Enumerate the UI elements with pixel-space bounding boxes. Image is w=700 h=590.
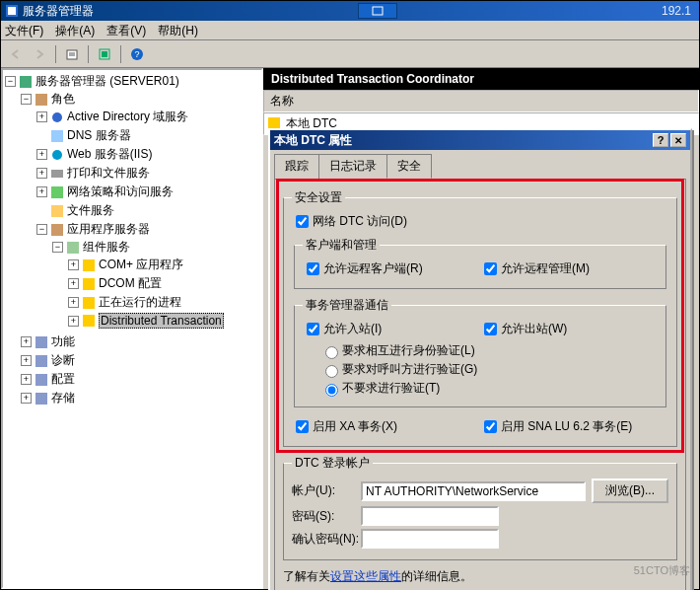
nav-forward-button[interactable]	[29, 43, 50, 65]
svg-rect-27	[35, 393, 47, 405]
rad-mutual[interactable]	[325, 346, 338, 359]
info-link[interactable]: 设置这些属性	[330, 569, 401, 583]
tab-trace[interactable]: 跟踪	[274, 154, 319, 179]
netpolicy-icon	[50, 185, 64, 199]
right-pane-header: Distributed Transaction Coordinator	[263, 68, 699, 90]
toolbar: ?	[1, 40, 699, 68]
chk-xa[interactable]	[296, 420, 309, 433]
svg-rect-24	[35, 336, 47, 348]
group-client: 客户端和管理 允许远程客户端(R) 允许远程管理(M)	[294, 237, 666, 289]
lbl-password: 密码(S):	[292, 508, 361, 525]
chk-inbound-label: 允许入站(I)	[323, 321, 382, 337]
tree-dcom[interactable]: DCOM 配置	[99, 275, 162, 292]
tree-toggle[interactable]: +	[68, 297, 79, 308]
tab-security[interactable]: 安全	[386, 154, 432, 179]
dtc-properties-dialog: 本地 DTC 属性 ? ✕ 跟踪 日志记录 安全 安全设置 网络 DTC 访问(…	[268, 128, 692, 590]
chk-network-dtc[interactable]	[296, 215, 309, 228]
tree-toggle[interactable]: +	[68, 316, 79, 327]
tree-toggle[interactable]: +	[36, 111, 47, 122]
chk-outbound[interactable]	[484, 323, 497, 335]
chk-inbound[interactable]	[307, 323, 319, 335]
refresh-icon[interactable]	[94, 43, 115, 65]
tree-toggle[interactable]: +	[21, 355, 32, 366]
menu-view[interactable]: 查看(V)	[106, 23, 146, 37]
tree-storage[interactable]: 存储	[51, 390, 75, 406]
tree-toggle[interactable]: −	[52, 242, 63, 253]
svg-rect-28	[268, 117, 280, 129]
menu-file[interactable]: 文件(F)	[5, 23, 43, 37]
chk-sna-label: 启用 SNA LU 6.2 事务(E)	[501, 418, 632, 435]
titlebar: 服务器管理器 192.1	[1, 1, 699, 21]
group-security-legend: 安全设置	[292, 189, 345, 206]
help-icon[interactable]: ?	[126, 43, 148, 65]
tree-running[interactable]: 正在运行的进程	[99, 294, 181, 311]
tree-toggle[interactable]: +	[36, 186, 47, 197]
svg-rect-23	[83, 315, 95, 327]
tree-fileserver[interactable]: 文件服务	[67, 202, 114, 219]
input-account[interactable]	[361, 481, 586, 501]
tree-toggle[interactable]: +	[36, 168, 47, 179]
tree-root[interactable]: 服务器管理器 (SERVER01)	[35, 73, 179, 90]
tree-toggle[interactable]: +	[21, 393, 32, 404]
svg-rect-16	[51, 186, 63, 198]
tree-dtc[interactable]: Distributed Transaction	[99, 313, 224, 329]
tree-dns[interactable]: DNS 服务器	[67, 127, 131, 144]
tree-toggle[interactable]: +	[68, 278, 79, 289]
tab-log[interactable]: 日志记录	[318, 154, 387, 179]
tree-config[interactable]: 配置	[51, 371, 75, 388]
tree-toggle[interactable]: +	[68, 259, 79, 270]
chk-xa-label: 启用 XA 事务(X)	[313, 418, 397, 435]
tree-appserver[interactable]: 应用程序服务器	[67, 221, 150, 238]
tree-roles[interactable]: 角色	[51, 91, 75, 108]
nav-back-button[interactable]	[5, 43, 27, 65]
rad-noauth[interactable]	[325, 384, 338, 397]
chk-remote-client[interactable]	[307, 262, 319, 275]
browse-button[interactable]: 浏览(B)...	[592, 479, 668, 503]
svg-rect-26	[35, 374, 47, 386]
tree-toggle[interactable]: −	[5, 76, 16, 87]
chk-remote-admin[interactable]	[484, 262, 497, 275]
lbl-account: 帐户(U):	[292, 482, 361, 499]
dialog-title: 本地 DTC 属性	[274, 132, 352, 149]
input-confirm-password[interactable]	[361, 529, 499, 549]
chk-remote-client-label: 允许远程客户端(R)	[323, 260, 423, 277]
tree-toggle[interactable]: +	[21, 374, 32, 385]
dialog-titlebar[interactable]: 本地 DTC 属性 ? ✕	[270, 130, 690, 150]
svg-rect-2	[373, 7, 383, 15]
properties-icon[interactable]	[61, 43, 83, 65]
tree-toggle[interactable]: +	[36, 149, 47, 160]
chk-sna[interactable]	[484, 420, 497, 433]
menu-action[interactable]: 操作(A)	[55, 23, 95, 37]
input-password[interactable]	[361, 506, 499, 526]
ad-icon	[50, 111, 64, 124]
tree-compserv[interactable]: 组件服务	[83, 239, 130, 256]
lbl-confirm: 确认密码(N):	[292, 531, 361, 548]
chk-network-dtc-label: 网络 DTC 访问(D)	[313, 213, 407, 230]
info-text: 了解有关设置这些属性的详细信息。	[283, 568, 677, 585]
tree-toggle[interactable]: +	[21, 336, 32, 347]
menubar: 文件(F) 操作(A) 查看(V) 帮助(H)	[1, 21, 699, 40]
svg-rect-15	[51, 170, 63, 178]
group-account: DTC 登录帐户 帐户(U): 浏览(B)... 密码(S): 确认密码(N):	[283, 455, 677, 560]
tree-toggle[interactable]: −	[36, 224, 47, 235]
tree-features[interactable]: 功能	[51, 333, 75, 350]
tree-netpolicy[interactable]: 网络策略和访问服务	[67, 184, 174, 200]
tree-view[interactable]: − 服务器管理器 (SERVER01) − 角色 +Active Directo…	[1, 68, 263, 589]
dialog-help-button[interactable]: ?	[653, 133, 668, 147]
print-icon	[50, 167, 64, 181]
chk-outbound-label: 允许出站(W)	[501, 321, 567, 337]
svg-rect-17	[51, 205, 63, 217]
titlebar-restore-icon[interactable]	[358, 3, 397, 19]
menu-help[interactable]: 帮助(H)	[158, 23, 198, 37]
tree-iis[interactable]: Web 服务器(IIS)	[67, 146, 152, 163]
tree-complus[interactable]: COM+ 应用程序	[99, 257, 183, 273]
right-pane-col-name[interactable]: 名称	[263, 90, 699, 112]
tree-diag[interactable]: 诊断	[51, 352, 75, 369]
tree-ad[interactable]: Active Directory 域服务	[67, 109, 188, 125]
tree-toggle[interactable]: −	[21, 94, 32, 105]
rad-caller[interactable]	[325, 365, 338, 378]
tree-print[interactable]: 打印和文件服务	[67, 165, 150, 182]
dialog-close-button[interactable]: ✕	[670, 133, 686, 147]
svg-rect-19	[67, 242, 79, 254]
window-title: 服务器管理器	[23, 3, 94, 20]
